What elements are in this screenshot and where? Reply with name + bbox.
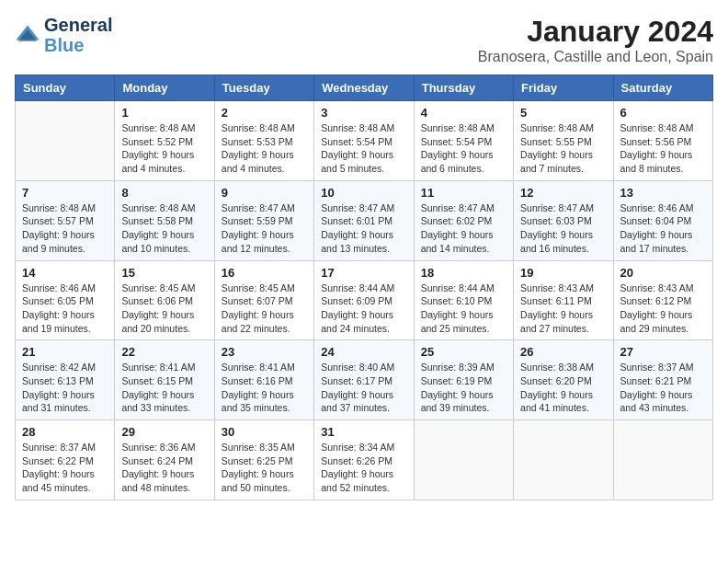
week-row-2: 7Sunrise: 8:48 AMSunset: 5:57 PMDaylight… xyxy=(16,180,713,260)
daylight-text: Daylight: 9 hours and 6 minutes. xyxy=(421,148,506,175)
week-row-4: 21Sunrise: 8:42 AMSunset: 6:13 PMDayligh… xyxy=(16,340,713,420)
calendar-cell: 11Sunrise: 8:47 AMSunset: 6:02 PMDayligh… xyxy=(414,180,513,260)
sunrise-text: Sunrise: 8:48 AM xyxy=(520,121,606,135)
sunset-text: Sunset: 5:54 PM xyxy=(321,135,406,149)
calendar-cell: 25Sunrise: 8:39 AMSunset: 6:19 PMDayligh… xyxy=(414,340,513,420)
weekday-header-saturday: Saturday xyxy=(613,75,712,101)
sunset-text: Sunset: 6:25 PM xyxy=(222,454,307,468)
day-number: 16 xyxy=(222,266,307,280)
daylight-text: Daylight: 9 hours and 9 minutes. xyxy=(22,228,108,255)
daylight-text: Daylight: 9 hours and 5 minutes. xyxy=(321,148,406,175)
day-info: Sunrise: 8:48 AMSunset: 5:58 PMDaylight:… xyxy=(121,201,207,256)
daylight-text: Daylight: 9 hours and 39 minutes. xyxy=(421,388,506,415)
sunrise-text: Sunrise: 8:37 AM xyxy=(620,361,706,374)
calendar-cell: 20Sunrise: 8:43 AMSunset: 6:12 PMDayligh… xyxy=(613,260,712,340)
calendar-cell xyxy=(613,420,712,500)
page-title: January 2024 xyxy=(478,15,713,49)
day-info: Sunrise: 8:35 AMSunset: 6:25 PMDaylight:… xyxy=(222,441,307,495)
day-info: Sunrise: 8:48 AMSunset: 5:56 PMDaylight:… xyxy=(620,121,706,176)
sunrise-text: Sunrise: 8:35 AM xyxy=(222,441,307,454)
sunset-text: Sunset: 5:57 PM xyxy=(22,214,108,228)
daylight-text: Daylight: 9 hours and 37 minutes. xyxy=(321,388,406,415)
sunrise-text: Sunrise: 8:40 AM xyxy=(321,361,406,374)
sunset-text: Sunset: 6:11 PM xyxy=(520,294,606,308)
daylight-text: Daylight: 9 hours and 17 minutes. xyxy=(620,228,706,255)
daylight-text: Daylight: 9 hours and 13 minutes. xyxy=(321,228,406,255)
daylight-text: Daylight: 9 hours and 45 minutes. xyxy=(22,467,108,494)
day-number: 4 xyxy=(421,106,506,120)
sunrise-text: Sunrise: 8:47 AM xyxy=(421,201,506,215)
week-row-3: 14Sunrise: 8:46 AMSunset: 6:05 PMDayligh… xyxy=(16,260,713,340)
page-subtitle: Branosera, Castille and Leon, Spain xyxy=(478,49,713,65)
daylight-text: Daylight: 9 hours and 52 minutes. xyxy=(321,467,406,494)
calendar-cell: 9Sunrise: 8:47 AMSunset: 5:59 PMDaylight… xyxy=(214,180,313,260)
sunrise-text: Sunrise: 8:39 AM xyxy=(421,361,506,374)
day-number: 29 xyxy=(121,425,207,439)
weekday-header-friday: Friday xyxy=(514,75,613,101)
sunset-text: Sunset: 6:15 PM xyxy=(121,374,207,388)
daylight-text: Daylight: 9 hours and 43 minutes. xyxy=(620,388,706,415)
sunset-text: Sunset: 6:02 PM xyxy=(421,214,506,228)
day-number: 14 xyxy=(22,266,108,280)
day-number: 20 xyxy=(620,266,706,280)
day-number: 23 xyxy=(222,345,307,359)
daylight-text: Daylight: 9 hours and 35 minutes. xyxy=(222,388,307,415)
calendar-cell: 12Sunrise: 8:47 AMSunset: 6:03 PMDayligh… xyxy=(514,180,613,260)
day-number: 2 xyxy=(222,106,307,120)
calendar-cell: 19Sunrise: 8:43 AMSunset: 6:11 PMDayligh… xyxy=(514,260,613,340)
sunset-text: Sunset: 6:12 PM xyxy=(620,294,706,308)
weekday-header-sunday: Sunday xyxy=(16,75,115,101)
calendar-cell xyxy=(514,420,613,500)
day-number: 22 xyxy=(121,345,207,359)
calendar-cell: 28Sunrise: 8:37 AMSunset: 6:22 PMDayligh… xyxy=(16,420,115,500)
day-number: 6 xyxy=(620,106,706,120)
daylight-text: Daylight: 9 hours and 31 minutes. xyxy=(22,388,108,415)
daylight-text: Daylight: 9 hours and 4 minutes. xyxy=(121,148,207,175)
day-number: 17 xyxy=(321,266,406,280)
sunrise-text: Sunrise: 8:48 AM xyxy=(421,121,506,135)
day-number: 1 xyxy=(121,106,207,120)
day-info: Sunrise: 8:44 AMSunset: 6:09 PMDaylight:… xyxy=(321,282,406,336)
sunrise-text: Sunrise: 8:36 AM xyxy=(121,441,207,454)
sunrise-text: Sunrise: 8:48 AM xyxy=(121,201,207,215)
day-info: Sunrise: 8:37 AMSunset: 6:21 PMDaylight:… xyxy=(620,361,706,415)
daylight-text: Daylight: 9 hours and 33 minutes. xyxy=(121,388,207,415)
calendar-cell: 10Sunrise: 8:47 AMSunset: 6:01 PMDayligh… xyxy=(314,180,414,260)
day-number: 25 xyxy=(421,345,506,359)
sunset-text: Sunset: 6:20 PM xyxy=(520,374,606,388)
day-info: Sunrise: 8:39 AMSunset: 6:19 PMDaylight:… xyxy=(421,361,506,415)
calendar-table: SundayMondayTuesdayWednesdayThursdayFrid… xyxy=(15,75,713,500)
day-number: 26 xyxy=(520,345,606,359)
sunset-text: Sunset: 6:24 PM xyxy=(121,454,207,468)
calendar-cell: 5Sunrise: 8:48 AMSunset: 5:55 PMDaylight… xyxy=(514,101,613,181)
day-info: Sunrise: 8:42 AMSunset: 6:13 PMDaylight:… xyxy=(22,361,108,415)
sunrise-text: Sunrise: 8:38 AM xyxy=(520,361,606,374)
weekday-header-monday: Monday xyxy=(115,75,214,101)
daylight-text: Daylight: 9 hours and 48 minutes. xyxy=(121,467,207,494)
weekday-header-row: SundayMondayTuesdayWednesdayThursdayFrid… xyxy=(16,75,713,101)
header: General Blue January 2024 Branosera, Cas… xyxy=(15,15,713,65)
week-row-1: 1Sunrise: 8:48 AMSunset: 5:52 PMDaylight… xyxy=(16,101,713,181)
calendar-cell: 6Sunrise: 8:48 AMSunset: 5:56 PMDaylight… xyxy=(613,101,712,181)
sunset-text: Sunset: 6:16 PM xyxy=(222,374,307,388)
sunrise-text: Sunrise: 8:41 AM xyxy=(222,361,307,374)
day-number: 3 xyxy=(321,106,406,120)
daylight-text: Daylight: 9 hours and 22 minutes. xyxy=(222,308,307,335)
day-number: 21 xyxy=(22,345,108,359)
calendar-cell: 21Sunrise: 8:42 AMSunset: 6:13 PMDayligh… xyxy=(16,340,115,420)
daylight-text: Daylight: 9 hours and 12 minutes. xyxy=(222,228,307,255)
sunset-text: Sunset: 5:54 PM xyxy=(421,135,506,149)
sunrise-text: Sunrise: 8:48 AM xyxy=(22,201,108,215)
weekday-header-wednesday: Wednesday xyxy=(314,75,414,101)
calendar-cell: 31Sunrise: 8:34 AMSunset: 6:26 PMDayligh… xyxy=(314,420,414,500)
sunrise-text: Sunrise: 8:47 AM xyxy=(520,201,606,215)
day-info: Sunrise: 8:34 AMSunset: 6:26 PMDaylight:… xyxy=(321,441,406,495)
day-info: Sunrise: 8:48 AMSunset: 5:55 PMDaylight:… xyxy=(520,121,606,176)
calendar-cell: 14Sunrise: 8:46 AMSunset: 6:05 PMDayligh… xyxy=(16,260,115,340)
day-info: Sunrise: 8:47 AMSunset: 6:03 PMDaylight:… xyxy=(520,201,606,256)
day-info: Sunrise: 8:47 AMSunset: 5:59 PMDaylight:… xyxy=(222,201,307,256)
sunrise-text: Sunrise: 8:48 AM xyxy=(620,121,706,135)
sunrise-text: Sunrise: 8:47 AM xyxy=(321,201,406,215)
daylight-text: Daylight: 9 hours and 7 minutes. xyxy=(520,148,606,175)
calendar-cell: 30Sunrise: 8:35 AMSunset: 6:25 PMDayligh… xyxy=(214,420,313,500)
